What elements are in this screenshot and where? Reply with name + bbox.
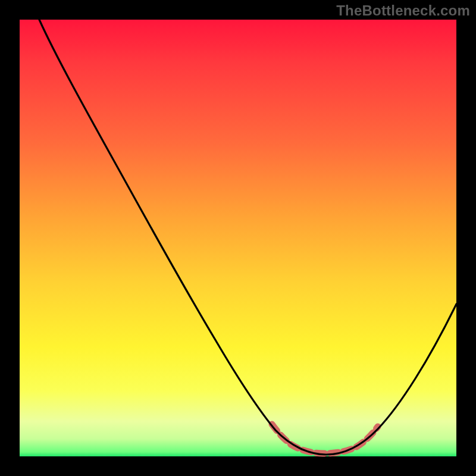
watermark-text: TheBottleneck.com [336, 2, 470, 19]
bottleneck-curve-svg [20, 20, 456, 456]
bottleneck-curve [39, 20, 456, 455]
chart-frame: TheBottleneck.com [0, 0, 476, 476]
plot-area [20, 20, 456, 456]
valley-highlight [272, 424, 378, 453]
